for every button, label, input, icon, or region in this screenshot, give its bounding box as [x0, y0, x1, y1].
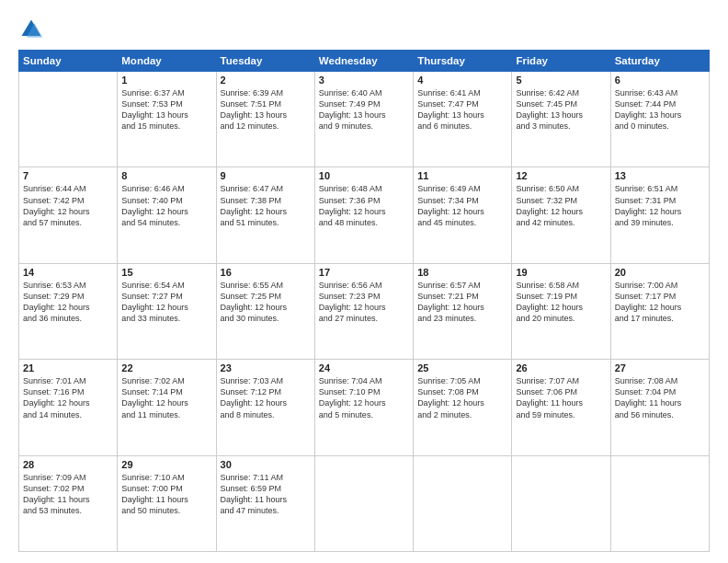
weekday-header-thursday: Thursday: [414, 51, 512, 72]
day-number: 5: [516, 75, 606, 86]
calendar-cell: 30Sunrise: 7:11 AM Sunset: 6:59 PM Dayli…: [216, 455, 314, 551]
calendar-cell: 8Sunrise: 6:46 AM Sunset: 7:40 PM Daylig…: [118, 167, 216, 263]
calendar-cell: 3Sunrise: 6:40 AM Sunset: 7:49 PM Daylig…: [314, 72, 413, 167]
calendar-cell: [19, 72, 118, 167]
calendar-cell: 18Sunrise: 6:57 AM Sunset: 7:21 PM Dayli…: [414, 263, 512, 359]
day-number: 4: [417, 75, 507, 86]
day-number: 24: [319, 362, 409, 373]
day-number: 18: [417, 267, 507, 278]
day-number: 23: [221, 362, 311, 373]
calendar-cell: 6Sunrise: 6:43 AM Sunset: 7:44 PM Daylig…: [610, 72, 709, 167]
day-number: 10: [319, 170, 409, 181]
day-info: Sunrise: 6:56 AM Sunset: 7:23 PM Dayligh…: [319, 280, 409, 325]
day-number: 20: [615, 267, 705, 278]
day-info: Sunrise: 6:50 AM Sunset: 7:32 PM Dayligh…: [516, 183, 606, 228]
day-number: 8: [121, 170, 211, 181]
calendar-cell: 13Sunrise: 6:51 AM Sunset: 7:31 PM Dayli…: [610, 167, 709, 263]
day-number: 9: [221, 170, 311, 181]
logo-icon: [18, 17, 44, 42]
day-number: 14: [23, 267, 113, 278]
day-info: Sunrise: 7:00 AM Sunset: 7:17 PM Dayligh…: [615, 280, 705, 325]
day-info: Sunrise: 6:47 AM Sunset: 7:38 PM Dayligh…: [221, 183, 311, 228]
header: [18, 17, 710, 42]
weekday-header-wednesday: Wednesday: [314, 51, 413, 72]
calendar-cell: 9Sunrise: 6:47 AM Sunset: 7:38 PM Daylig…: [216, 167, 314, 263]
weekday-header-sunday: Sunday: [19, 51, 118, 72]
calendar-cell: 5Sunrise: 6:42 AM Sunset: 7:45 PM Daylig…: [512, 72, 610, 167]
day-number: 26: [516, 362, 606, 373]
day-number: 13: [615, 170, 705, 181]
calendar-cell: 15Sunrise: 6:54 AM Sunset: 7:27 PM Dayli…: [118, 263, 216, 359]
day-number: 21: [23, 362, 113, 373]
weekday-header-saturday: Saturday: [610, 51, 709, 72]
calendar-body: 1Sunrise: 6:37 AM Sunset: 7:53 PM Daylig…: [19, 72, 710, 552]
calendar-cell: 20Sunrise: 7:00 AM Sunset: 7:17 PM Dayli…: [610, 263, 709, 359]
calendar-page: SundayMondayTuesdayWednesdayThursdayFrid…: [0, 0, 728, 563]
day-info: Sunrise: 6:53 AM Sunset: 7:29 PM Dayligh…: [23, 280, 113, 325]
logo: [18, 17, 48, 42]
day-info: Sunrise: 6:54 AM Sunset: 7:27 PM Dayligh…: [121, 280, 211, 325]
day-info: Sunrise: 6:58 AM Sunset: 7:19 PM Dayligh…: [516, 280, 606, 325]
week-row-1: 1Sunrise: 6:37 AM Sunset: 7:53 PM Daylig…: [19, 72, 710, 167]
day-info: Sunrise: 7:04 AM Sunset: 7:10 PM Dayligh…: [319, 375, 409, 420]
day-number: 16: [221, 267, 311, 278]
day-number: 3: [319, 75, 409, 86]
calendar-cell: [314, 455, 413, 551]
day-info: Sunrise: 6:40 AM Sunset: 7:49 PM Dayligh…: [319, 87, 409, 132]
calendar-cell: 14Sunrise: 6:53 AM Sunset: 7:29 PM Dayli…: [19, 263, 118, 359]
calendar-cell: 10Sunrise: 6:48 AM Sunset: 7:36 PM Dayli…: [314, 167, 413, 263]
day-number: 12: [516, 170, 606, 181]
week-row-5: 28Sunrise: 7:09 AM Sunset: 7:02 PM Dayli…: [19, 455, 710, 551]
calendar-cell: 11Sunrise: 6:49 AM Sunset: 7:34 PM Dayli…: [414, 167, 512, 263]
day-info: Sunrise: 6:49 AM Sunset: 7:34 PM Dayligh…: [417, 183, 507, 228]
calendar-cell: [414, 455, 512, 551]
day-number: 30: [221, 459, 311, 470]
day-info: Sunrise: 6:57 AM Sunset: 7:21 PM Dayligh…: [417, 280, 507, 325]
calendar-cell: 27Sunrise: 7:08 AM Sunset: 7:04 PM Dayli…: [610, 360, 709, 455]
calendar-cell: 21Sunrise: 7:01 AM Sunset: 7:16 PM Dayli…: [19, 360, 118, 455]
day-number: 17: [319, 267, 409, 278]
day-info: Sunrise: 7:07 AM Sunset: 7:06 PM Dayligh…: [516, 375, 606, 420]
weekday-header-tuesday: Tuesday: [216, 51, 314, 72]
day-number: 6: [615, 75, 705, 86]
day-info: Sunrise: 6:42 AM Sunset: 7:45 PM Dayligh…: [516, 87, 606, 132]
weekday-header-friday: Friday: [512, 51, 610, 72]
day-number: 27: [615, 362, 705, 373]
week-row-2: 7Sunrise: 6:44 AM Sunset: 7:42 PM Daylig…: [19, 167, 710, 263]
calendar-cell: 1Sunrise: 6:37 AM Sunset: 7:53 PM Daylig…: [118, 72, 216, 167]
calendar-cell: 28Sunrise: 7:09 AM Sunset: 7:02 PM Dayli…: [19, 455, 118, 551]
calendar-cell: [512, 455, 610, 551]
day-number: 1: [121, 75, 211, 86]
day-info: Sunrise: 6:55 AM Sunset: 7:25 PM Dayligh…: [221, 280, 311, 325]
day-info: Sunrise: 6:44 AM Sunset: 7:42 PM Dayligh…: [23, 183, 113, 228]
calendar-cell: [610, 455, 709, 551]
calendar-cell: 4Sunrise: 6:41 AM Sunset: 7:47 PM Daylig…: [414, 72, 512, 167]
calendar-cell: 23Sunrise: 7:03 AM Sunset: 7:12 PM Dayli…: [216, 360, 314, 455]
day-info: Sunrise: 7:08 AM Sunset: 7:04 PM Dayligh…: [615, 375, 705, 420]
day-info: Sunrise: 7:01 AM Sunset: 7:16 PM Dayligh…: [23, 375, 113, 420]
day-info: Sunrise: 7:10 AM Sunset: 7:00 PM Dayligh…: [121, 472, 211, 517]
weekday-header-monday: Monday: [118, 51, 216, 72]
calendar-table: SundayMondayTuesdayWednesdayThursdayFrid…: [18, 50, 710, 552]
day-info: Sunrise: 7:05 AM Sunset: 7:08 PM Dayligh…: [417, 375, 507, 420]
day-info: Sunrise: 7:09 AM Sunset: 7:02 PM Dayligh…: [23, 472, 113, 517]
day-info: Sunrise: 6:48 AM Sunset: 7:36 PM Dayligh…: [319, 183, 409, 228]
weekday-row: SundayMondayTuesdayWednesdayThursdayFrid…: [19, 51, 710, 72]
calendar-cell: 2Sunrise: 6:39 AM Sunset: 7:51 PM Daylig…: [216, 72, 314, 167]
day-info: Sunrise: 6:41 AM Sunset: 7:47 PM Dayligh…: [417, 87, 507, 132]
calendar-cell: 7Sunrise: 6:44 AM Sunset: 7:42 PM Daylig…: [19, 167, 118, 263]
calendar-cell: 24Sunrise: 7:04 AM Sunset: 7:10 PM Dayli…: [314, 360, 413, 455]
day-number: 15: [121, 267, 211, 278]
week-row-3: 14Sunrise: 6:53 AM Sunset: 7:29 PM Dayli…: [19, 263, 710, 359]
calendar-cell: 26Sunrise: 7:07 AM Sunset: 7:06 PM Dayli…: [512, 360, 610, 455]
calendar-cell: 29Sunrise: 7:10 AM Sunset: 7:00 PM Dayli…: [118, 455, 216, 551]
calendar-cell: 22Sunrise: 7:02 AM Sunset: 7:14 PM Dayli…: [118, 360, 216, 455]
calendar-cell: 16Sunrise: 6:55 AM Sunset: 7:25 PM Dayli…: [216, 263, 314, 359]
day-number: 19: [516, 267, 606, 278]
day-info: Sunrise: 6:39 AM Sunset: 7:51 PM Dayligh…: [221, 87, 311, 132]
calendar-cell: 19Sunrise: 6:58 AM Sunset: 7:19 PM Dayli…: [512, 263, 610, 359]
day-info: Sunrise: 6:51 AM Sunset: 7:31 PM Dayligh…: [615, 183, 705, 228]
day-info: Sunrise: 6:46 AM Sunset: 7:40 PM Dayligh…: [121, 183, 211, 228]
day-number: 28: [23, 459, 113, 470]
day-info: Sunrise: 7:02 AM Sunset: 7:14 PM Dayligh…: [121, 375, 211, 420]
